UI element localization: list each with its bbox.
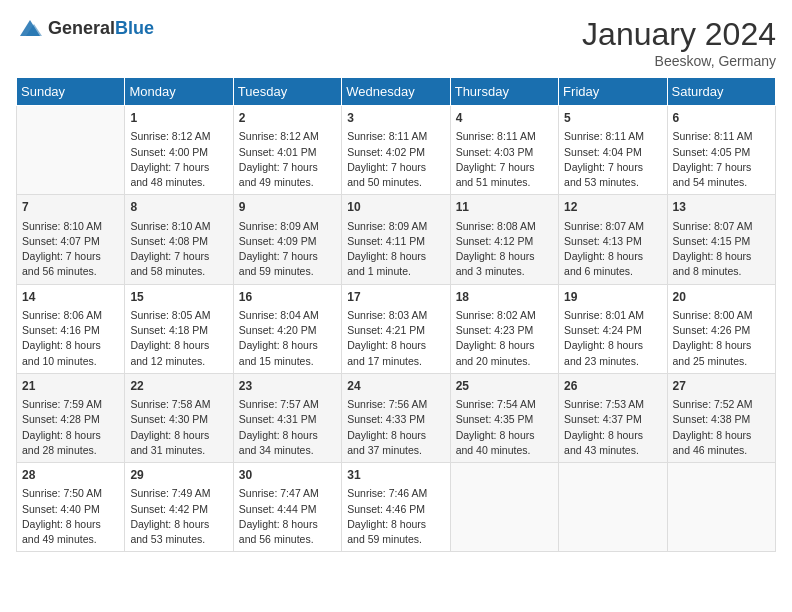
day-info-line: Sunrise: 7:50 AM (22, 486, 119, 501)
day-info-line: and 10 minutes. (22, 354, 119, 369)
calendar-cell: 2Sunrise: 8:12 AMSunset: 4:01 PMDaylight… (233, 106, 341, 195)
day-info-line: Daylight: 7 hours (239, 160, 336, 175)
days-header-row: SundayMondayTuesdayWednesdayThursdayFrid… (17, 78, 776, 106)
day-info-line: Sunset: 4:11 PM (347, 234, 444, 249)
day-info-line: Sunrise: 8:07 AM (564, 219, 661, 234)
calendar-week-row: 1Sunrise: 8:12 AMSunset: 4:00 PMDaylight… (17, 106, 776, 195)
day-info-line: Sunrise: 8:03 AM (347, 308, 444, 323)
day-info-line: Daylight: 8 hours (239, 338, 336, 353)
day-info-line: Sunset: 4:44 PM (239, 502, 336, 517)
day-info-line: and 23 minutes. (564, 354, 661, 369)
day-info-line: Sunrise: 7:46 AM (347, 486, 444, 501)
day-info-line: Sunset: 4:33 PM (347, 412, 444, 427)
day-number: 9 (239, 199, 336, 216)
day-info-line: Sunset: 4:28 PM (22, 412, 119, 427)
day-info-line: Sunrise: 8:11 AM (347, 129, 444, 144)
calendar-week-row: 14Sunrise: 8:06 AMSunset: 4:16 PMDayligh… (17, 284, 776, 373)
day-info-line: Sunrise: 8:07 AM (673, 219, 770, 234)
day-number: 23 (239, 378, 336, 395)
day-info-line: Daylight: 8 hours (22, 338, 119, 353)
calendar-cell: 29Sunrise: 7:49 AMSunset: 4:42 PMDayligh… (125, 463, 233, 552)
day-number: 1 (130, 110, 227, 127)
calendar-cell (450, 463, 558, 552)
day-info-line: and 1 minute. (347, 264, 444, 279)
day-info-line: Sunset: 4:35 PM (456, 412, 553, 427)
day-number: 20 (673, 289, 770, 306)
day-info-line: Sunset: 4:24 PM (564, 323, 661, 338)
day-info-line: Daylight: 8 hours (130, 517, 227, 532)
day-info-line: Sunset: 4:07 PM (22, 234, 119, 249)
day-info-line: Daylight: 8 hours (239, 428, 336, 443)
day-header-wednesday: Wednesday (342, 78, 450, 106)
day-info-line: Sunset: 4:30 PM (130, 412, 227, 427)
day-info-line: Sunset: 4:15 PM (673, 234, 770, 249)
day-info-line: Sunset: 4:01 PM (239, 145, 336, 160)
day-info-line: Daylight: 7 hours (130, 249, 227, 264)
calendar-cell: 3Sunrise: 8:11 AMSunset: 4:02 PMDaylight… (342, 106, 450, 195)
day-info-line: and 37 minutes. (347, 443, 444, 458)
day-info-line: Sunset: 4:05 PM (673, 145, 770, 160)
day-info-line: Sunset: 4:31 PM (239, 412, 336, 427)
day-number: 3 (347, 110, 444, 127)
day-info-line: Sunset: 4:42 PM (130, 502, 227, 517)
day-info-line: and 51 minutes. (456, 175, 553, 190)
calendar-cell: 28Sunrise: 7:50 AMSunset: 4:40 PMDayligh… (17, 463, 125, 552)
calendar-cell: 11Sunrise: 8:08 AMSunset: 4:12 PMDayligh… (450, 195, 558, 284)
calendar-cell: 30Sunrise: 7:47 AMSunset: 4:44 PMDayligh… (233, 463, 341, 552)
calendar-cell: 21Sunrise: 7:59 AMSunset: 4:28 PMDayligh… (17, 373, 125, 462)
day-info-line: and 54 minutes. (673, 175, 770, 190)
day-info-line: Sunset: 4:46 PM (347, 502, 444, 517)
day-info-line: Sunrise: 8:10 AM (130, 219, 227, 234)
calendar-cell: 23Sunrise: 7:57 AMSunset: 4:31 PMDayligh… (233, 373, 341, 462)
day-number: 26 (564, 378, 661, 395)
day-number: 18 (456, 289, 553, 306)
calendar-cell: 15Sunrise: 8:05 AMSunset: 4:18 PMDayligh… (125, 284, 233, 373)
day-info-line: and 49 minutes. (239, 175, 336, 190)
day-info-line: Sunset: 4:00 PM (130, 145, 227, 160)
calendar-cell: 14Sunrise: 8:06 AMSunset: 4:16 PMDayligh… (17, 284, 125, 373)
calendar-cell: 4Sunrise: 8:11 AMSunset: 4:03 PMDaylight… (450, 106, 558, 195)
calendar-cell (17, 106, 125, 195)
day-info-line: Daylight: 8 hours (673, 249, 770, 264)
day-header-saturday: Saturday (667, 78, 775, 106)
day-info-line: and 6 minutes. (564, 264, 661, 279)
day-info-line: Daylight: 8 hours (347, 517, 444, 532)
day-info-line: Sunset: 4:08 PM (130, 234, 227, 249)
day-info-line: Sunrise: 8:11 AM (456, 129, 553, 144)
day-info-line: and 59 minutes. (347, 532, 444, 547)
calendar-cell: 12Sunrise: 8:07 AMSunset: 4:13 PMDayligh… (559, 195, 667, 284)
day-info-line: Sunset: 4:09 PM (239, 234, 336, 249)
day-number: 8 (130, 199, 227, 216)
logo: GeneralBlue (16, 16, 154, 40)
day-number: 2 (239, 110, 336, 127)
logo-icon (16, 16, 44, 40)
day-info-line: Sunrise: 8:11 AM (564, 129, 661, 144)
day-info-line: and 25 minutes. (673, 354, 770, 369)
calendar-cell: 18Sunrise: 8:02 AMSunset: 4:23 PMDayligh… (450, 284, 558, 373)
calendar-cell (559, 463, 667, 552)
day-info-line: Daylight: 7 hours (456, 160, 553, 175)
day-number: 22 (130, 378, 227, 395)
calendar-cell: 24Sunrise: 7:56 AMSunset: 4:33 PMDayligh… (342, 373, 450, 462)
day-info-line: and 17 minutes. (347, 354, 444, 369)
calendar-cell: 27Sunrise: 7:52 AMSunset: 4:38 PMDayligh… (667, 373, 775, 462)
day-info-line: Daylight: 8 hours (347, 338, 444, 353)
calendar-cell: 8Sunrise: 8:10 AMSunset: 4:08 PMDaylight… (125, 195, 233, 284)
calendar-cell: 25Sunrise: 7:54 AMSunset: 4:35 PMDayligh… (450, 373, 558, 462)
calendar-cell: 17Sunrise: 8:03 AMSunset: 4:21 PMDayligh… (342, 284, 450, 373)
day-header-tuesday: Tuesday (233, 78, 341, 106)
day-info-line: Daylight: 8 hours (347, 428, 444, 443)
day-number: 25 (456, 378, 553, 395)
day-info-line: and 8 minutes. (673, 264, 770, 279)
day-info-line: Sunrise: 7:49 AM (130, 486, 227, 501)
day-info-line: Sunrise: 7:58 AM (130, 397, 227, 412)
day-info-line: Sunset: 4:26 PM (673, 323, 770, 338)
day-number: 30 (239, 467, 336, 484)
day-number: 29 (130, 467, 227, 484)
calendar-cell: 31Sunrise: 7:46 AMSunset: 4:46 PMDayligh… (342, 463, 450, 552)
day-info-line: and 31 minutes. (130, 443, 227, 458)
day-info-line: Daylight: 8 hours (564, 249, 661, 264)
day-info-line: Sunrise: 7:57 AM (239, 397, 336, 412)
day-info-line: Sunrise: 7:47 AM (239, 486, 336, 501)
day-info-line: Daylight: 8 hours (456, 249, 553, 264)
